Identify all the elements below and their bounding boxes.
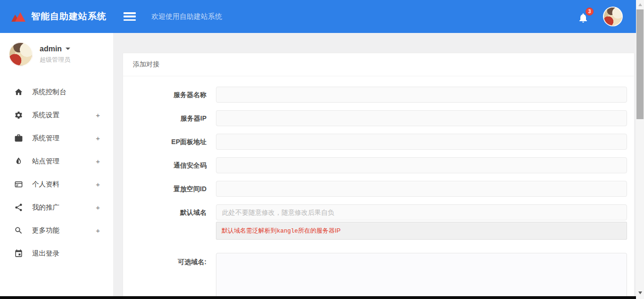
sidebar-item-logout[interactable]: 退出登录 [0,242,113,265]
user-avatar[interactable] [603,7,623,26]
welcome-text: 欢迎使用自助建站系统 [151,12,222,21]
form-row-ep-panel: EP面板地址 [123,134,627,150]
sidebar-item-system-settings[interactable]: 系统设置 + [0,104,113,127]
space-id-input[interactable] [216,181,627,197]
header-right: 3 [578,7,623,26]
profile-avatar[interactable] [8,42,33,66]
ep-panel-input[interactable] [216,134,627,150]
scrollbar-down-arrow-icon[interactable] [636,289,644,297]
optional-domains-label: 可选域名: [123,253,206,299]
optional-domains-textarea[interactable] [216,253,627,299]
search-icon [14,226,23,235]
gear-icon [14,111,23,120]
notification-badge[interactable]: 3 [586,8,594,16]
server-ip-input[interactable] [216,110,627,126]
droplet-icon [14,157,23,166]
vertical-scrollbar[interactable] [636,0,644,299]
server-name-input[interactable] [216,87,627,103]
default-domain-input[interactable] [216,204,627,220]
hamburger-menu-icon[interactable] [124,12,136,21]
add-connection-card: 添加对接 服务器名称 服务器IP EP面板地址 [123,53,635,299]
main-content: 添加对接 服务器名称 服务器IP EP面板地址 [113,33,644,299]
server-ip-label: 服务器IP [123,110,206,126]
space-id-label: 置放空间ID [123,181,206,197]
form-row-security-code: 通信安全码 [123,157,627,173]
default-domain-warning: 默认域名需泛解析到kangle所在的服务器IP [216,222,627,240]
brand[interactable]: 智能自助建站系统 [10,9,107,24]
security-code-input[interactable] [216,157,627,173]
default-domain-label: 默认域名 [123,204,206,240]
share-icon [14,203,23,212]
profile-name-dropdown[interactable]: admin [40,45,70,53]
sidebar-item-dashboard[interactable]: 系统控制台 [0,81,113,104]
server-name-label: 服务器名称 [123,87,206,103]
expand-plus-icon[interactable]: + [96,226,100,234]
notification-bell-icon[interactable]: 3 [578,9,590,24]
top-header: 智能自助建站系统 欢迎使用自助建站系统 3 [0,0,644,33]
sidebar-item-profile[interactable]: 个人资料 + [0,173,113,196]
ep-panel-label: EP面板地址 [123,134,206,150]
expand-plus-icon[interactable]: + [96,157,100,165]
expand-plus-icon[interactable]: + [96,111,100,119]
app-title: 智能自助建站系统 [31,10,107,23]
form-row-default-domain: 默认域名 默认域名需泛解析到kangle所在的服务器IP [123,204,627,240]
card-title: 添加对接 [123,53,634,76]
sidebar-item-site-management[interactable]: 站点管理 + [0,150,113,173]
profile-role: 超级管理员 [40,56,70,64]
home-icon [14,88,23,97]
expand-plus-icon[interactable]: + [96,203,100,211]
page: 智能自助建站系统 欢迎使用自助建站系统 3 admin [0,0,644,299]
add-connection-form: 服务器名称 服务器IP EP面板地址 通信安全码 [123,76,634,299]
scrollbar-up-arrow-icon[interactable] [636,1,644,8]
sidebar-profile: admin 超级管理员 [0,33,113,73]
briefcase-icon [14,134,23,143]
security-code-label: 通信安全码 [123,157,206,173]
form-row-optional-domains: 可选域名: [123,253,627,299]
bottom-edge-bar [0,296,636,299]
sidebar-item-more-features[interactable]: 更多功能 + [0,219,113,242]
sidebar-item-promotion[interactable]: 我的推广 + [0,196,113,219]
profile-name: admin [40,45,62,53]
form-row-space-id: 置放空间ID [123,181,627,197]
form-row-server-name: 服务器名称 [123,87,627,103]
mountain-logo-icon [10,9,26,24]
chevron-down-icon [66,48,70,50]
sidebar: admin 超级管理员 系统控制台 系统设置 [0,33,113,299]
scrollbar-thumb[interactable] [636,9,644,119]
sidebar-item-system-management[interactable]: 系统管理 + [0,127,113,150]
calendar-icon [14,249,23,258]
profile-card-icon [14,180,23,189]
expand-plus-icon[interactable]: + [96,134,100,142]
sidebar-nav: 系统控制台 系统设置 + 系统管理 + [0,81,113,265]
form-row-server-ip: 服务器IP [123,110,627,126]
expand-plus-icon[interactable]: + [96,180,100,188]
